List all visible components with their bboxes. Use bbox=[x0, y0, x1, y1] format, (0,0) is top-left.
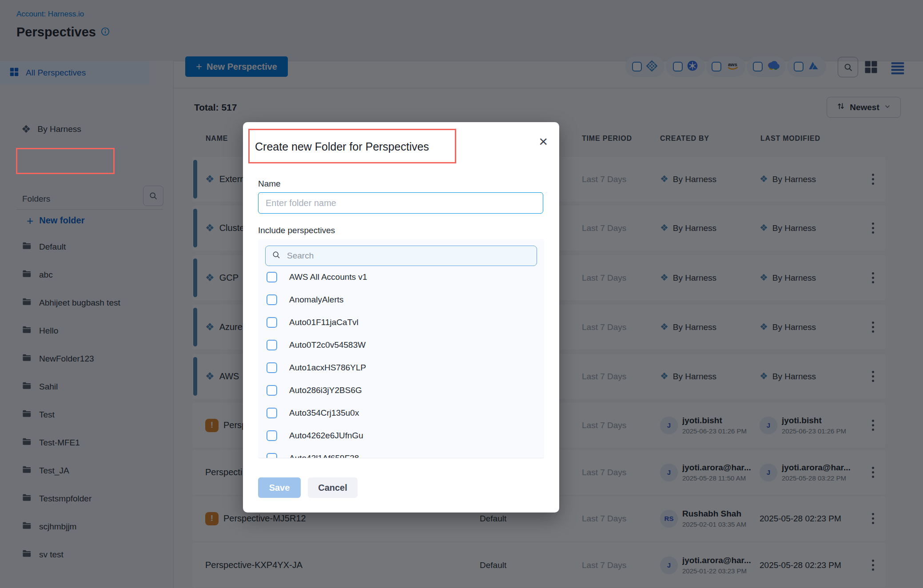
perspective-checkbox[interactable] bbox=[267, 430, 277, 441]
perspective-option[interactable]: Auto4262e6JUfnGu bbox=[267, 430, 363, 441]
folder-name-label: Name bbox=[258, 179, 281, 189]
search-icon bbox=[272, 250, 281, 261]
perspectives-search bbox=[265, 246, 537, 266]
perspective-checkbox[interactable] bbox=[267, 340, 277, 350]
perspective-checkbox[interactable] bbox=[267, 272, 277, 282]
folder-name-input[interactable] bbox=[258, 192, 543, 214]
perspective-option[interactable]: Auto0T2c0v54583W bbox=[267, 339, 366, 351]
perspective-option-label: Auto1acxHS786YLP bbox=[289, 363, 366, 373]
close-icon[interactable]: × bbox=[539, 134, 548, 149]
perspectives-search-input[interactable] bbox=[286, 250, 530, 261]
perspective-option[interactable]: Auto354Crj135u0x bbox=[267, 407, 359, 419]
perspective-option[interactable]: Auto286i3jY2BS6G bbox=[267, 385, 362, 396]
perspective-option[interactable]: Auto1acxHS786YLP bbox=[267, 362, 366, 373]
perspective-option-label: AWS All Accounts v1 bbox=[289, 272, 367, 282]
perspective-checkbox[interactable] bbox=[267, 385, 277, 396]
perspective-checkbox[interactable] bbox=[267, 408, 277, 418]
create-folder-modal: Create new Folder for Perspectives × Nam… bbox=[243, 122, 559, 513]
perspective-checkbox[interactable] bbox=[267, 362, 277, 373]
perspective-option-label: Auto43l1Af659F28 bbox=[289, 453, 359, 458]
perspective-option[interactable]: Auto01F11jaCaTvl bbox=[267, 317, 358, 328]
cancel-button[interactable]: Cancel bbox=[308, 477, 358, 498]
annotation-box-modal-title bbox=[248, 129, 456, 163]
perspective-option[interactable]: AWS All Accounts v1 bbox=[267, 271, 367, 283]
perspective-option-label: Auto4262e6JUfnGu bbox=[289, 431, 363, 441]
perspectives-page: Account: Harness.io Perspectives ❖ By Ha… bbox=[0, 0, 923, 588]
perspective-option[interactable]: Auto43l1Af659F28 bbox=[267, 453, 359, 458]
perspectives-picker: AWS All Accounts v1AnomalyAlertsAuto01F1… bbox=[258, 239, 544, 458]
perspective-option[interactable]: AnomalyAlerts bbox=[267, 294, 344, 306]
perspective-option-label: Auto0T2c0v54583W bbox=[289, 340, 366, 350]
perspective-checkbox[interactable] bbox=[267, 294, 277, 305]
perspective-option-label: Auto286i3jY2BS6G bbox=[289, 385, 362, 395]
perspective-option-label: Auto354Crj135u0x bbox=[289, 408, 359, 418]
include-perspectives-label: Include perspectives bbox=[258, 226, 335, 235]
perspective-option-label: Auto01F11jaCaTvl bbox=[289, 318, 358, 327]
save-button[interactable]: Save bbox=[258, 477, 301, 498]
perspective-option-label: AnomalyAlerts bbox=[289, 295, 344, 305]
perspective-checkbox[interactable] bbox=[267, 453, 277, 458]
perspective-checkbox[interactable] bbox=[267, 317, 277, 328]
